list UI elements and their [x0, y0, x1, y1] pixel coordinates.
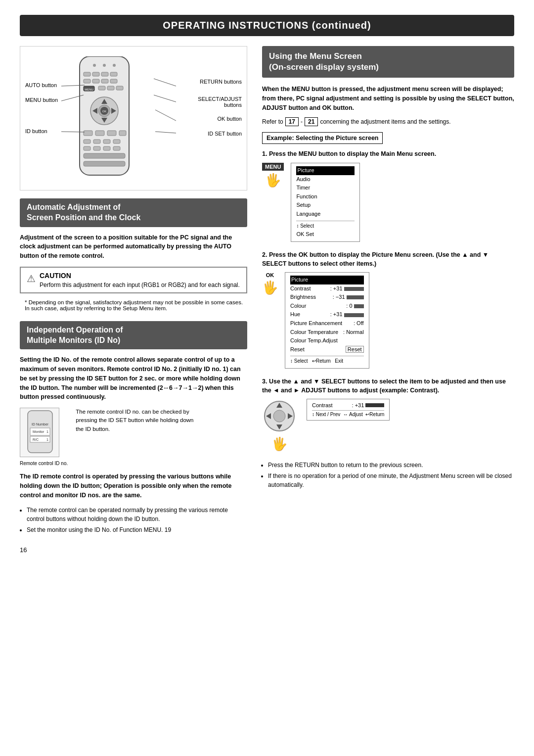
svg-rect-16 — [116, 86, 123, 90]
colour-temp-adjust-row: Colour Temp.Adjust — [290, 336, 364, 345]
step-2-menu-box: Picture Contrast: +31 Brightness: −31 Co… — [285, 272, 369, 369]
svg-rect-38 — [84, 161, 125, 166]
svg-rect-5 — [92, 72, 99, 76]
svg-point-55 — [273, 410, 285, 422]
step-2: 2. Press the OK button to display the Pi… — [262, 251, 514, 369]
hand-icon-step2: 🖐 — [262, 280, 278, 295]
ref-box-21: 21 — [305, 117, 318, 126]
label-select-adjust: SELECT/ADJUSTbuttons — [198, 96, 242, 108]
header-banner: OPERATING INSTRUCTIONS (continued) — [20, 15, 514, 36]
svg-line-43 — [154, 95, 176, 102]
svg-text:OK: OK — [102, 110, 107, 113]
independent-bullets: The remote control can be operated norma… — [20, 506, 247, 534]
contrast-adjust-row: Contrast : +31 — [312, 402, 384, 408]
svg-rect-29 — [84, 140, 90, 143]
contrast-row: Contrast: +31 — [290, 284, 364, 293]
menu-label: MENU — [262, 163, 284, 171]
svg-rect-37 — [84, 153, 125, 158]
svg-rect-6 — [101, 72, 108, 76]
menu-ok-hint: OK Set — [296, 230, 355, 239]
svg-rect-25 — [84, 131, 92, 136]
svg-rect-11 — [110, 79, 117, 83]
caution-title: CAUTION — [40, 272, 240, 280]
menu-item-setup: Setup — [296, 201, 355, 210]
hand-icon-step3: 🖐 — [271, 436, 287, 452]
menu-item-language: Language — [296, 210, 355, 219]
label-menu-button: MENU button — [25, 97, 58, 103]
svg-point-3 — [113, 64, 116, 67]
label-auto-button: AUTO button — [25, 82, 57, 88]
step2-nav: ↕ Select ↩Return Exit — [290, 356, 364, 365]
refer-label: Refer to — [262, 118, 283, 125]
svg-rect-26 — [95, 131, 104, 136]
step-3: 3. Use the ▲ and ▼ SELECT buttons to sel… — [262, 378, 514, 452]
svg-rect-32 — [113, 140, 120, 143]
page-number-area: 16 — [20, 546, 514, 554]
caution-content: CAUTION Perform this adjustment for each… — [40, 272, 240, 288]
example-box: Example: Selecting the Picture screen — [262, 132, 383, 144]
auto-adjust-header: Automatic Adjustment of Screen Position … — [20, 198, 247, 227]
step-3-content: 🖐 Contrast : +31 ↕ Next / Prev ↔ Adjust … — [262, 399, 514, 452]
remote-control-diagram: MENU OK — [20, 46, 247, 190]
step-1-title: 1. Press the MENU button to display the … — [262, 150, 514, 159]
nav-circle-svg — [262, 399, 297, 433]
small-remote-svg: ID Number Monitor 1 R/C 1 — [20, 408, 59, 457]
svg-rect-14 — [98, 86, 105, 90]
caution-triangle-icon: ⚠ — [27, 273, 36, 284]
rc-label: Remote control ID no. — [20, 461, 68, 466]
page-number: 16 — [20, 546, 27, 554]
svg-text:1: 1 — [46, 438, 48, 441]
right-column: Using the Menu Screen (On-screen display… — [262, 46, 514, 536]
step-3-title: 3. Use the ▲ and ▼ SELECT buttons to sel… — [262, 378, 514, 395]
label-return-buttons: RETURN buttons — [200, 79, 242, 85]
svg-rect-7 — [110, 72, 117, 76]
menu-item-audio: Audio — [296, 175, 355, 184]
left-column: MENU OK — [20, 46, 247, 536]
step-3-contrast-box: Contrast : +31 ↕ Next / Prev ↔ Adjust ↩R… — [307, 399, 390, 421]
step-1-menu-box: Picture Audio Timer Function Setup Langu… — [291, 163, 360, 242]
refer-suffix: concerning the adjustment items and the … — [320, 118, 450, 125]
step3-nav: ↕ Next / Prev ↔ Adjust ↩Return — [312, 410, 384, 417]
svg-rect-4 — [84, 72, 90, 76]
hand-icon-step1: 🖐 — [265, 173, 281, 188]
svg-rect-36 — [113, 146, 120, 150]
independent-header: Independent Operation of Multiple Monito… — [20, 321, 247, 350]
auto-adjust-body: Adjustment of the screen to a position s… — [20, 233, 247, 261]
svg-text:MENU: MENU — [85, 88, 93, 91]
svg-text:ID Number: ID Number — [32, 423, 49, 426]
remote-svg: MENU OK — [65, 56, 144, 180]
svg-point-1 — [93, 64, 96, 67]
colour-temp-row: Colour Temperature: Normal — [290, 328, 364, 337]
bullet-2: Set the monitor using the ID No. of Func… — [27, 525, 247, 534]
intro-text: When the MENU button is pressed, the adj… — [262, 85, 514, 112]
svg-rect-34 — [93, 146, 100, 150]
ok-label: OK — [266, 272, 274, 278]
svg-line-45 — [155, 132, 176, 133]
menu-item-function: Function — [296, 192, 355, 201]
label-id-set-button: ID SET button — [208, 131, 242, 137]
step-1-content: MENU 🖐 Picture Audio Timer Function Setu… — [262, 163, 514, 242]
label-id-button: ID button — [25, 128, 47, 134]
independent-body: Setting the ID No. of the remote control… — [20, 355, 247, 402]
svg-rect-8 — [84, 79, 90, 83]
bullet-1: The remote control can be operated norma… — [27, 506, 247, 523]
reset-row: ResetReset — [290, 345, 364, 354]
svg-line-44 — [155, 110, 176, 121]
svg-rect-10 — [101, 79, 108, 83]
svg-line-42 — [154, 79, 176, 86]
ref-box-17: 17 — [285, 117, 299, 126]
label-ok-button: OK button — [217, 116, 242, 122]
independent-section: Independent Operation of Multiple Monito… — [20, 321, 247, 535]
step-2-title: 2. Press the OK button to display the Pi… — [262, 251, 514, 268]
svg-rect-28 — [119, 131, 126, 136]
colour-row: Colour: 0 — [290, 302, 364, 311]
menu-nav-hint: ↕ Select — [296, 221, 355, 230]
caution-text: Perform this adjustment for each input (… — [40, 282, 240, 288]
step-1: 1. Press the MENU button to display the … — [262, 150, 514, 242]
id-diagram-table-area: ID Number Monitor 1 R/C 1 Remote control… — [20, 408, 68, 466]
auto-adjust-footnote: * Depending on the signal, satisfactory … — [20, 299, 247, 311]
right-col-bullets: Press the RETURN button to return to the… — [262, 461, 514, 489]
step-2-content: OK 🖐 Picture Contrast: +31 Brightness: −… — [262, 272, 514, 369]
right-bullet-2: If there is no operation for a period of… — [268, 472, 514, 489]
refer-dash: - — [301, 118, 303, 125]
